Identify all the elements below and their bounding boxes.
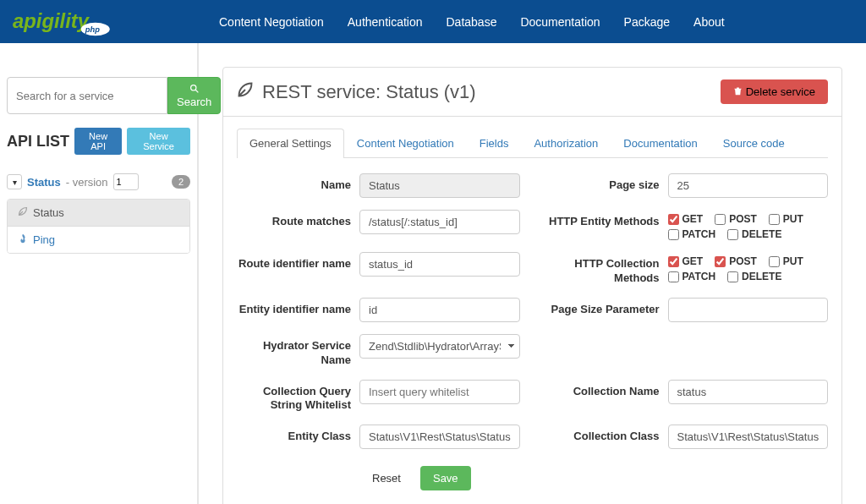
new-api-button[interactable]: New API	[74, 128, 122, 155]
collection-delete-checkbox[interactable]	[727, 271, 738, 282]
method-label: PUT	[783, 213, 803, 225]
collection-name-field[interactable]	[668, 380, 829, 404]
method-label: PUT	[783, 255, 803, 267]
method-label: GET	[682, 213, 704, 225]
hydrator-label: Hydrator Service Name	[237, 334, 351, 368]
top-nav: apigility php Content Negotiation Authen…	[0, 0, 866, 43]
version-select[interactable]	[113, 173, 139, 190]
svg-text:apigility: apigility	[13, 8, 90, 31]
row-collection-name: Collection Name	[545, 380, 829, 414]
entity-class-label: Entity Class	[237, 425, 351, 444]
page-size-param-field[interactable]	[668, 298, 829, 322]
cq-whitelist-label: Collection Query String Whitelist	[237, 380, 351, 414]
tabs: General Settings Content Negotiation Fie…	[237, 129, 828, 158]
nav-authentication[interactable]: Authentication	[336, 3, 435, 41]
sidebar-item-status[interactable]: Status	[8, 200, 189, 226]
collection-get-checkbox[interactable]	[668, 256, 679, 267]
method-label: POST	[729, 255, 757, 267]
trash-icon	[733, 85, 746, 98]
nav-database[interactable]: Database	[435, 3, 509, 41]
collection-get[interactable]: GET	[668, 255, 704, 267]
service-list: Status Ping	[7, 199, 190, 254]
search-row: Search	[7, 77, 190, 114]
row-route-id: Route identifier name	[237, 252, 520, 286]
collection-post[interactable]: POST	[715, 255, 757, 267]
delete-service-button[interactable]: Delete service	[721, 79, 828, 104]
nav-content-negotiation[interactable]: Content Negotiation	[207, 3, 336, 41]
row-collection-class: Collection Class	[545, 425, 829, 449]
save-button[interactable]: Save	[420, 466, 471, 490]
panel-title: REST service: Status (v1)	[237, 81, 476, 103]
main-content: REST service: Status (v1) Delete service…	[199, 43, 866, 504]
entity-post[interactable]: POST	[715, 213, 757, 225]
entity-delete[interactable]: DELETE	[727, 228, 781, 240]
collection-class-label: Collection Class	[545, 425, 660, 444]
delete-service-label: Delete service	[746, 85, 815, 98]
tab-documentation[interactable]: Documentation	[611, 129, 710, 157]
entity-class-field[interactable]	[359, 425, 520, 449]
http-collection-label: HTTP Collection Methods	[545, 252, 660, 286]
tab-fields[interactable]: Fields	[467, 129, 522, 157]
method-label: GET	[682, 255, 704, 267]
entity-patch-checkbox[interactable]	[668, 229, 679, 240]
method-label: PATCH	[682, 228, 716, 240]
hydrator-select[interactable]: Zend\Stdlib\Hydrator\ArraySerializable	[359, 334, 520, 359]
form-grid: Name Page size Route matches	[237, 173, 828, 490]
name-field[interactable]	[359, 173, 520, 198]
method-label: PATCH	[682, 271, 716, 282]
api-name-link[interactable]: Status	[27, 176, 61, 189]
sidebar-item-ping[interactable]: Ping	[8, 226, 189, 253]
svg-text:php: php	[85, 25, 100, 33]
tab-authorization[interactable]: Authorization	[521, 129, 611, 157]
page-size-label: Page size	[545, 173, 660, 193]
collection-class-field[interactable]	[668, 425, 829, 449]
page-size-param-label: Page Size Parameter	[545, 298, 660, 317]
search-input[interactable]	[7, 77, 167, 114]
leaf-icon	[237, 81, 254, 103]
http-collection-checkboxes: GET POST PUT PATCH DELETE	[668, 252, 829, 282]
row-name: Name	[237, 173, 520, 198]
entity-delete-checkbox[interactable]	[727, 229, 738, 240]
panel-heading: REST service: Status (v1) Delete service	[223, 68, 841, 117]
new-service-button[interactable]: New Service	[127, 128, 190, 155]
collection-patch[interactable]: PATCH	[668, 271, 716, 282]
route-id-label: Route identifier name	[237, 252, 351, 271]
entity-post-checkbox[interactable]	[715, 214, 726, 225]
route-id-field[interactable]	[359, 252, 520, 277]
sidebar: Search API LIST New API New Service ▾ St…	[0, 43, 199, 504]
tab-general-settings[interactable]: General Settings	[237, 129, 344, 158]
nav-documentation[interactable]: Documentation	[508, 3, 611, 41]
row-route-matches: Route matches	[237, 210, 520, 240]
cq-whitelist-field[interactable]	[359, 380, 520, 404]
http-entity-checkboxes: GET POST PUT PATCH DELETE	[668, 210, 829, 240]
row-entity-id: Entity identifier name	[237, 298, 520, 322]
route-matches-label: Route matches	[237, 210, 351, 229]
tab-content-negotiation[interactable]: Content Negotiation	[344, 129, 467, 157]
entity-id-field[interactable]	[359, 298, 520, 322]
entity-get-checkbox[interactable]	[668, 214, 679, 225]
row-cq-whitelist: Collection Query String Whitelist	[237, 380, 520, 414]
tab-source-code[interactable]: Source code	[710, 129, 797, 157]
brand-logo[interactable]: apigility php	[13, 8, 156, 36]
panel-body: General Settings Content Negotiation Fie…	[223, 117, 841, 504]
collection-put-checkbox[interactable]	[769, 256, 780, 267]
nav-package[interactable]: Package	[612, 3, 682, 41]
collection-post-checkbox[interactable]	[715, 256, 726, 267]
svg-line-4	[195, 90, 198, 92]
entity-get[interactable]: GET	[668, 213, 704, 225]
api-version-label: - version	[66, 176, 108, 189]
reset-button[interactable]: Reset	[359, 466, 414, 490]
entity-put[interactable]: PUT	[769, 213, 803, 225]
method-label: POST	[729, 213, 757, 225]
name-label: Name	[237, 173, 351, 193]
collection-delete[interactable]: DELETE	[727, 271, 781, 282]
collection-put[interactable]: PUT	[769, 255, 803, 267]
chevron-down-icon[interactable]: ▾	[7, 174, 22, 189]
service-panel: REST service: Status (v1) Delete service…	[222, 67, 842, 504]
route-matches-field[interactable]	[359, 210, 520, 234]
page-size-field[interactable]	[668, 173, 829, 198]
nav-about[interactable]: About	[682, 3, 737, 41]
entity-put-checkbox[interactable]	[769, 214, 780, 225]
entity-patch[interactable]: PATCH	[668, 228, 716, 240]
collection-patch-checkbox[interactable]	[668, 271, 679, 282]
